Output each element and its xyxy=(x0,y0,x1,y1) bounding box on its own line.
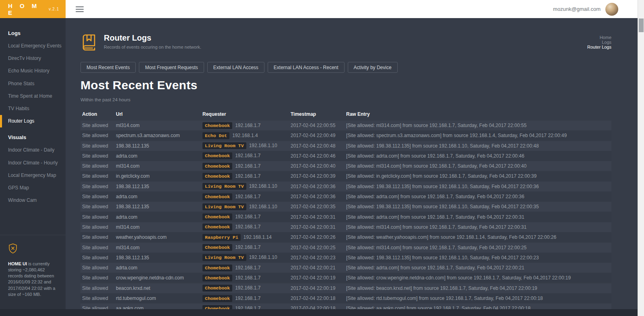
cell-raw-entry: [Site allowed: 198.38.112.135] from sour… xyxy=(345,143,611,149)
cell-action: Site allowed xyxy=(80,265,114,271)
requester-ip: 192.168.1.7 xyxy=(235,173,260,179)
cell-raw-entry: [Site allowed: ml314.com] from source 19… xyxy=(345,163,611,169)
tab-external-lan-access[interactable]: External LAN Access xyxy=(207,62,264,73)
cell-url: 198.38.112.135 xyxy=(114,184,201,189)
scrollbar-thumb[interactable] xyxy=(639,18,644,32)
sidebar-item-time-spent-at-home[interactable]: Time Spent at Home xyxy=(0,90,66,103)
tab-most-frequent-requests[interactable]: Most Frequent Requests xyxy=(139,62,204,73)
cell-raw-entry: [Site allowed: spectrum.s3.amazonaws.com… xyxy=(345,133,611,138)
requester-ip: 192.168.1.7 xyxy=(235,275,260,281)
requester-ip: 192.168.1.10 xyxy=(249,183,277,189)
requester-device-badge: Living Room TV xyxy=(202,183,246,190)
cell-raw-entry: [Site allowed: 198.38.112.135] from sour… xyxy=(345,255,611,261)
cell-requester: Chomebook192.168.1.7 xyxy=(201,265,289,271)
sidebar-item-phone-stats[interactable]: Phone Stats xyxy=(0,78,66,90)
requester-ip: 192.168.1.7 xyxy=(235,265,260,271)
requester-ip: 192.168.1.7 xyxy=(235,285,260,291)
cell-raw-entry: [Site allowed: ml314.com] from source 19… xyxy=(345,123,611,128)
cell-url: 198.38.112.135 xyxy=(114,204,201,209)
table-row: Site allowed198.38.112.135Living Room TV… xyxy=(80,182,611,191)
cell-action: Site allowed xyxy=(80,234,114,240)
cell-timestamp: 2017-02-04 22:00:19 xyxy=(289,275,345,281)
page-header: Router Logs Records of events occuring o… xyxy=(80,33,611,51)
hamburger-menu-icon[interactable] xyxy=(76,6,84,12)
footer-strip xyxy=(0,309,638,316)
requester-device-badge: Chomebook xyxy=(202,244,232,251)
sidebar-item-indoor-climate-hourly[interactable]: Indoor Climate - Hourly xyxy=(0,157,66,169)
sidebar-item-router-logs[interactable]: Router Logs xyxy=(0,115,66,127)
sidebar-item-gps-map[interactable]: GPS Map xyxy=(0,182,66,194)
cell-requester: Chomebook192.168.1.7 xyxy=(201,122,289,129)
cell-action: Site allowed xyxy=(80,204,114,209)
storage-info-box: HOME UI is currently storing ~2,080,462 … xyxy=(0,235,66,316)
requester-device-badge: Chomebook xyxy=(202,285,232,291)
cell-action: Site allowed xyxy=(80,295,114,301)
sidebar-section-title-visuals: Visuals xyxy=(0,131,66,144)
sidebar-nav: LogsLocal Emergency EventsDirecTv Histor… xyxy=(0,27,66,207)
requester-ip: 192.168.1.7 xyxy=(235,295,260,301)
cell-timestamp: 2017-02-04 22:00:48 xyxy=(289,143,345,149)
column-header-raw-entry: Raw Entry xyxy=(345,111,611,117)
table-row: Site allowed198.38.112.135Living Room TV… xyxy=(80,253,611,263)
cell-raw-entry: [Site allowed: rtd.tubemogul.com] from s… xyxy=(345,295,611,301)
breadcrumb-item-home[interactable]: Home xyxy=(587,35,611,40)
app-name: H O M E xyxy=(8,2,49,16)
column-header-requester: Requester xyxy=(201,111,289,117)
requester-ip: 192.168.1.7 xyxy=(235,244,260,250)
cell-requester: Chomebook192.168.1.7 xyxy=(201,213,289,220)
cell-timestamp: 2017-02-04 22:00:40 xyxy=(289,163,345,169)
cell-timestamp: 2017-02-04 22:00:26 xyxy=(289,234,345,240)
cell-raw-entry: [Site allowed: crow.wpengine.netdna-cdn.… xyxy=(345,275,611,281)
cell-action: Site allowed xyxy=(80,163,114,169)
cell-url: ml314.com xyxy=(114,224,201,230)
cell-requester: Chomebook192.168.1.7 xyxy=(201,152,289,159)
cell-raw-entry: [Site allowed: weather.yahooapis.com] fr… xyxy=(345,234,611,240)
sidebar-item-local-emergency-events[interactable]: Local Emergency Events xyxy=(0,40,66,52)
cell-timestamp: 2017-02-04 22:00:55 xyxy=(289,123,345,128)
cell-requester: Raspberry Pi192.168.1.14 xyxy=(201,234,289,241)
cell-url: ml314.com xyxy=(114,123,201,128)
sidebar-item-window-cam[interactable]: Window Cam xyxy=(0,194,66,207)
section-subtitle: Within the past 24 hours xyxy=(80,97,611,102)
tab-activity-by-device[interactable]: Activity by Device xyxy=(348,62,398,73)
main-content: Router Logs Records of events occuring o… xyxy=(66,18,638,316)
cell-action: Site allowed xyxy=(80,173,114,179)
cell-action: Site allowed xyxy=(80,153,114,159)
sidebar-item-directv-history[interactable]: DirecTv History xyxy=(0,52,66,65)
breadcrumb: HomeLogsRouter Logs xyxy=(587,33,611,49)
table-header: ActionUrlRequesterTimestmapRaw Entry xyxy=(80,110,611,121)
cell-timestamp: 2017-02-04 22:00:31 xyxy=(289,224,345,230)
logs-table: ActionUrlRequesterTimestmapRaw Entry Sit… xyxy=(80,110,611,313)
breadcrumb-item-logs[interactable]: Logs xyxy=(587,40,611,45)
table-row: Site allowedin.getclicky.comChomebook192… xyxy=(80,171,611,181)
sidebar-item-echo-music-history[interactable]: Echo Music History xyxy=(0,65,66,77)
requester-ip: 192.168.1.7 xyxy=(235,214,260,220)
cell-requester: Chomebook192.168.1.7 xyxy=(201,193,289,200)
sidebar-item-tv-habits[interactable]: TV Habits xyxy=(0,103,66,115)
cell-raw-entry: [Site allowed: 198.38.112.135] from sour… xyxy=(345,204,611,209)
requester-device-badge: Chomebook xyxy=(202,295,232,302)
scrollbar[interactable] xyxy=(638,0,644,316)
breadcrumb-item-router-logs: Router Logs xyxy=(587,45,611,49)
cell-url: rtd.tubemogul.com xyxy=(114,295,201,301)
cell-url: adrta.com xyxy=(114,194,201,199)
tab-most-recent-events[interactable]: Most Recent Events xyxy=(80,62,136,73)
cell-action: Site allowed xyxy=(80,214,114,220)
requester-device-badge: Echo Dot xyxy=(202,132,229,139)
storage-note-app: HOME UI xyxy=(8,261,27,266)
cell-requester: Living Room TV192.168.1.10 xyxy=(201,203,289,210)
cell-requester: Chomebook192.168.1.7 xyxy=(201,285,289,291)
column-header-action: Action xyxy=(80,111,114,117)
cell-timestamp: 2017-02-04 22:00:46 xyxy=(289,153,345,159)
sidebar-item-local-emergency-map[interactable]: Local Emergency Map xyxy=(0,169,66,182)
table-row: Site allowedml314.comChomebook192.168.1.… xyxy=(80,222,611,232)
cell-requester: Chomebook192.168.1.7 xyxy=(201,224,289,230)
user-avatar[interactable] xyxy=(605,3,618,16)
cell-action: Site allowed xyxy=(80,285,114,291)
sidebar-section-title-logs: Logs xyxy=(0,27,66,40)
sidebar-item-indoor-climate-daily[interactable]: Indoor Climate - Daily xyxy=(0,144,66,156)
cell-url: in.getclicky.com xyxy=(114,173,201,179)
cell-requester: Chomebook192.168.1.7 xyxy=(201,275,289,281)
app-logo[interactable]: H O M E v.2.1 xyxy=(0,0,66,18)
tab-external-lan-access-recent[interactable]: External LAN Access - Recent xyxy=(268,62,345,73)
